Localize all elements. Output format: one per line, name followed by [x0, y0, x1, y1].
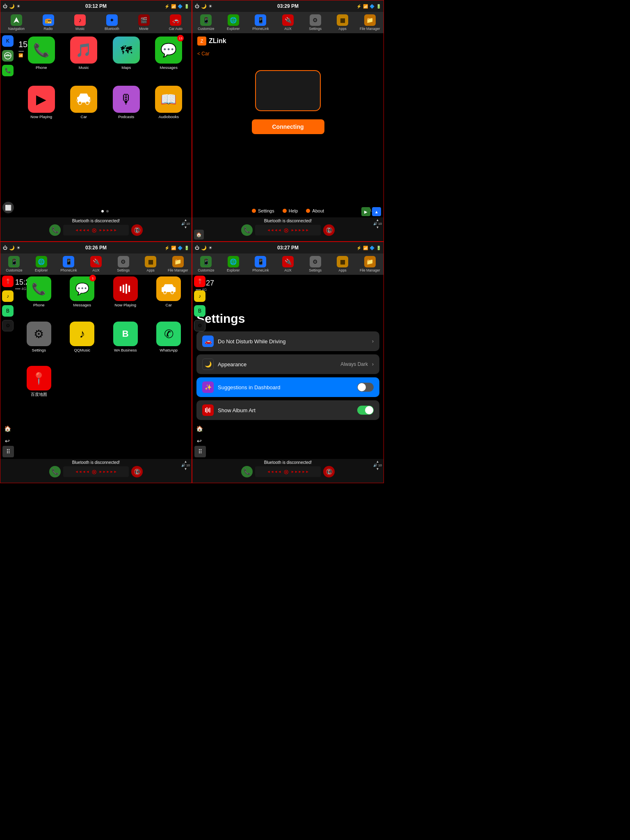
answer-call-btn-2[interactable]: 📞	[241, 224, 253, 236]
side-icon-qq-4[interactable]: ♪	[194, 290, 205, 302]
nav3-aux[interactable]: 🔌 AUX	[82, 253, 110, 275]
breadcrumb-2[interactable]: < Car	[192, 49, 383, 58]
home-btn-4[interactable]: 🏠	[194, 424, 204, 434]
nav4-aux[interactable]: 🔌 AUX	[274, 253, 302, 275]
grid-btn-4[interactable]: ⠿	[194, 446, 206, 457]
nav2-customize[interactable]: 📱 Customize	[192, 12, 220, 33]
nav2-explorer[interactable]: 🌐 Explorer	[220, 12, 247, 33]
nav3-settings[interactable]: ⚙ Settings	[110, 253, 137, 275]
nav3-phonelink[interactable]: 📱 PhoneLink	[55, 253, 82, 275]
nav-radio-icon: 📻	[43, 14, 54, 26]
nav-navigation[interactable]: Navigation	[0, 12, 32, 33]
connecting-button[interactable]: Connecting	[252, 119, 324, 134]
nav2-apps[interactable]: ▦ Apps	[329, 12, 356, 33]
nav4-explorer[interactable]: 🌐 Explorer	[220, 253, 247, 275]
nav-radio[interactable]: 📻 Radio	[32, 12, 64, 33]
side-icon-settings-4[interactable]: ⚙	[194, 320, 205, 331]
nav3-explorer[interactable]: 🌐 Explorer	[28, 253, 55, 275]
appearance-label: Appearance	[218, 361, 336, 368]
answer-call-btn-1[interactable]: 📞	[49, 224, 61, 236]
albumart-toggle[interactable]	[357, 406, 374, 415]
app3-qqmusic[interactable]: ♪ QQMusic	[62, 322, 103, 352]
nav2-aux[interactable]: 🔌 AUX	[274, 12, 302, 33]
app-audiobooks[interactable]: 📖 Audiobooks	[149, 86, 189, 119]
media-arrows-1: ◄◄◄◄ ⊗ ►►►►►	[75, 226, 117, 234]
panel-1: ⏻ 🌙 ☀ 03:12 PM ⚡ 📶 🔷 🔋 Navigation 📻	[0, 0, 192, 242]
nav4-apps[interactable]: ▦ Apps	[329, 253, 356, 275]
nav2-settings[interactable]: ⚙ Settings	[301, 12, 329, 33]
app-nowplaying[interactable]: ▶ Now Playing	[22, 86, 61, 119]
side-icon-wa-3[interactable]: B	[2, 305, 14, 317]
bottom-controls-1: 📞 ◄◄◄◄ ⊗ ►►►►► 📵 ▲ 🔊 10 ▼	[0, 223, 192, 236]
nav-movie[interactable]: 🎬 Movie	[128, 12, 160, 33]
suggestions-toggle[interactable]	[357, 383, 374, 392]
zlink-bottom-apps: ▶ ▲	[361, 207, 381, 216]
side-icon-kwai[interactable]: K	[2, 35, 14, 47]
side-icon-translate[interactable]	[2, 50, 14, 62]
settings-row-dnd[interactable]: 🚗 Do Not Disturb While Driving ›	[196, 331, 379, 351]
svg-rect-8	[89, 99, 91, 101]
volume-control-1: ▲ 🔊 10 ▼	[181, 218, 190, 229]
wabusiness3-label: WA Business	[114, 348, 137, 352]
nav4-filemanager[interactable]: 📁 File Manager	[356, 253, 383, 275]
app3-baidumap[interactable]: 📍 百度地图	[18, 366, 59, 397]
end-call-btn-1[interactable]: 📵	[131, 224, 143, 236]
nav4-settings[interactable]: ⚙ Settings	[301, 253, 329, 275]
side-icon-settings-3[interactable]: ⚙	[2, 320, 14, 331]
app3-nowplaying[interactable]: Now Playing	[105, 276, 146, 307]
nav3-apps[interactable]: ▦ Apps	[137, 253, 164, 275]
app-music[interactable]: 🎵 Music	[64, 37, 104, 70]
home-btn-3[interactable]: 🏠	[2, 424, 12, 434]
app-podcasts[interactable]: 🎙 Podcasts	[107, 86, 146, 119]
home-btn-2[interactable]: 🏠	[194, 230, 204, 240]
nav3-customize[interactable]: 📱 Customize	[0, 253, 28, 275]
end-call-btn-3[interactable]: 📵	[131, 466, 143, 477]
nav3-filemanager[interactable]: 📁 File Manager	[164, 253, 192, 275]
back-btn-3[interactable]: ↩	[2, 436, 12, 446]
nav2-phonelink[interactable]: 📱 PhoneLink	[247, 12, 274, 33]
zlink-app-2[interactable]: ▲	[372, 207, 381, 216]
answer-call-btn-4[interactable]: 📞	[241, 466, 253, 477]
svg-marker-0	[14, 17, 19, 23]
footer-help-btn[interactable]: Help	[283, 208, 298, 213]
side-icon-baidu-3[interactable]: 📍	[2, 276, 14, 287]
grid-btn-3[interactable]: ⠿	[2, 446, 14, 457]
nav4-customize[interactable]: 📱 Customize	[192, 253, 220, 275]
app3-phone[interactable]: 📞 Phone	[18, 276, 59, 307]
back-btn-4[interactable]: ↩	[194, 436, 204, 446]
side-icon-qq-3[interactable]: ♪	[2, 290, 14, 302]
app3-car[interactable]: Car	[148, 276, 189, 307]
zlink-app-1[interactable]: ▶	[361, 207, 370, 216]
nav-bluetooth-label: Bluetooth	[105, 27, 119, 31]
app3-wabusiness[interactable]: B WA Business	[105, 322, 146, 352]
settings-row-appearance[interactable]: 🌙 Appearance Always Dark ›	[196, 354, 379, 374]
end-call-btn-2[interactable]: 📵	[323, 224, 335, 236]
nav-caracuto[interactable]: 🚗 Car Auto	[160, 12, 192, 33]
suggestions-label: Suggestions in Dashboard	[218, 384, 353, 390]
footer-about-btn[interactable]: About	[306, 208, 324, 213]
svg-marker-4	[79, 94, 89, 97]
side-icon-wa-4[interactable]: B	[194, 305, 205, 317]
nav-bluetooth[interactable]: ✦ Bluetooth	[96, 12, 128, 33]
answer-call-btn-3[interactable]: 📞	[49, 466, 61, 477]
nav4-phonelink[interactable]: 📱 PhoneLink	[247, 253, 274, 275]
home-grid-1: ⬜	[2, 202, 14, 213]
footer-settings-btn[interactable]: Settings	[252, 208, 274, 213]
app-car[interactable]: Car	[64, 86, 104, 119]
phone3-label: Phone	[33, 303, 44, 307]
app-messages[interactable]: 💬 13 Messages	[149, 37, 189, 70]
app-maps[interactable]: 🗺 Maps	[107, 37, 146, 70]
end-call-btn-4[interactable]: 📵	[323, 466, 335, 477]
bottom-bar-1: Bluetooth is disconnected! 📞 ◄◄◄◄ ⊗ ►►►►…	[0, 217, 192, 241]
app3-whatsapp[interactable]: ✆ WhatsApp	[148, 322, 189, 352]
nav-music[interactable]: ♪ Music	[64, 12, 96, 33]
side-icon-phone[interactable]: 📞	[2, 65, 14, 76]
app3-settings[interactable]: ⚙ Settings	[18, 322, 59, 352]
app3-messages[interactable]: 💬 1 Messages	[62, 276, 103, 307]
home-button-1[interactable]: ⬜	[2, 202, 14, 213]
nav2-filemanager[interactable]: 📁 File Manager	[356, 12, 383, 33]
side-icon-baidu-4[interactable]: 📍	[194, 276, 205, 287]
settings-row-albumart[interactable]: Show Album Art	[196, 400, 379, 420]
app-phone[interactable]: 📞 Phone	[22, 37, 61, 70]
settings-row-suggestions[interactable]: ✨ Suggestions in Dashboard	[196, 377, 379, 397]
